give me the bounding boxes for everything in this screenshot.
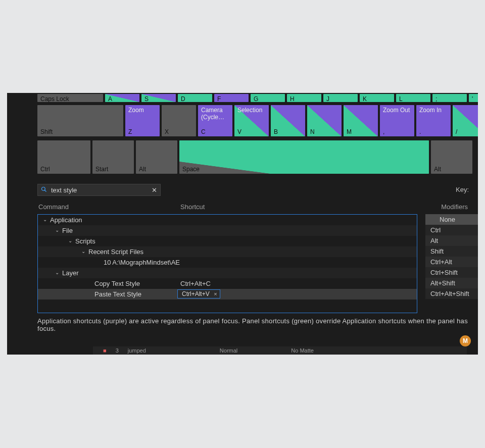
shortcut-input[interactable]: Ctrl+Alt+V× — [177, 289, 220, 298]
key-g[interactable]: G — [251, 94, 285, 102]
tree-row[interactable]: ⌄Recent Script Files — [38, 246, 417, 257]
key-ctrl[interactable]: Ctrl — [37, 140, 90, 174]
chevron-down-icon[interactable]: ⌄ — [68, 238, 75, 243]
search-input[interactable] — [51, 186, 148, 194]
key-shift[interactable]: Shift — [37, 105, 123, 136]
virtual-keyboard: Caps LockASDFGHJKL;' ShiftZZoomXCCamera … — [7, 93, 478, 175]
tree-row[interactable]: Copy Text StyleCtrl+Alt+C — [38, 278, 417, 289]
key-alt[interactable]: Alt — [431, 140, 472, 174]
tree-label: Paste Text Style — [94, 290, 141, 298]
key-s[interactable]: S — [141, 94, 176, 102]
key-k[interactable]: K — [360, 94, 394, 102]
key-c[interactable]: CCamera (Cycle… — [198, 105, 232, 136]
shortcut-editor-panel: ✕ Key: Command Shortcut Modifiers ⌄Appli… — [7, 182, 478, 355]
key-x[interactable]: X — [162, 105, 196, 136]
key-z[interactable]: ZZoom — [125, 105, 160, 136]
svg-line-1 — [45, 190, 46, 191]
tree-row[interactable]: ⌄Scripts — [38, 236, 417, 246]
key-v[interactable]: VSelection — [234, 105, 269, 136]
chevron-down-icon[interactable]: ⌄ — [55, 227, 62, 233]
chevron-down-icon[interactable]: ⌄ — [55, 270, 62, 275]
header-modifiers: Modifiers — [441, 203, 468, 211]
key-[interactable]: .Zoom In — [416, 105, 451, 136]
tree-row[interactable]: 10 A:\MographMindset\AE — [38, 257, 417, 268]
key-header-label: Key: — [456, 186, 469, 193]
tree-label: Layer — [62, 269, 79, 277]
key-d[interactable]: D — [178, 94, 212, 102]
key-space[interactable]: Space — [179, 140, 429, 174]
clear-shortcut-icon[interactable]: × — [214, 291, 217, 297]
key-alt[interactable]: Alt — [136, 140, 177, 174]
key-[interactable]: ,Zoom Out — [380, 105, 414, 136]
key-f[interactable]: F — [214, 94, 249, 102]
key-b[interactable]: B — [271, 105, 305, 136]
modifier-option[interactable]: Ctrl+Shift — [425, 267, 478, 278]
key-[interactable]: ' — [469, 94, 478, 102]
modifier-option[interactable]: None — [425, 214, 478, 225]
modifier-list[interactable]: NoneCtrlAltShiftCtrl+AltCtrl+ShiftAlt+Sh… — [425, 214, 478, 299]
tree-row[interactable]: ⌄File — [38, 225, 417, 236]
modifier-option[interactable]: Shift — [425, 246, 478, 257]
tree-label: Recent Script Files — [88, 248, 143, 256]
header-command: Command — [38, 203, 69, 211]
shortcut-text: Ctrl+Alt+C — [180, 280, 211, 287]
key-l[interactable]: L — [396, 94, 430, 102]
tree-row[interactable]: Paste Text StyleCtrl+Alt+V× — [38, 289, 417, 300]
command-tree[interactable]: ⌄Application⌄File⌄Scripts⌄Recent Script … — [37, 214, 417, 313]
badge-m-icon: M — [460, 335, 471, 346]
svg-point-0 — [42, 187, 45, 190]
clear-search-icon[interactable]: ✕ — [152, 186, 157, 194]
tree-label: File — [62, 227, 73, 234]
tree-row[interactable]: ⌄Layer — [38, 268, 417, 278]
key-a[interactable]: A — [105, 94, 139, 102]
key-n[interactable]: N — [307, 105, 342, 136]
modifier-option[interactable]: Alt+Shift — [425, 278, 478, 288]
key-h[interactable]: H — [287, 94, 321, 102]
key-[interactable]: ; — [432, 94, 467, 102]
footer-hint: Application shortcuts (purple) are activ… — [37, 317, 468, 332]
chevron-down-icon[interactable]: ⌄ — [43, 217, 50, 222]
key-m[interactable]: M — [344, 105, 378, 136]
background-timeline-fragment: ■ 3 jumped Normal No Matte — [93, 346, 467, 355]
header-shortcut: Shortcut — [180, 203, 205, 211]
modifier-option[interactable]: Ctrl+Alt+Shift — [425, 288, 478, 299]
key-start[interactable]: Start — [92, 140, 134, 174]
key-capslock[interactable]: Caps Lock — [37, 94, 103, 102]
key-[interactable]: / — [453, 105, 478, 136]
key-j[interactable]: J — [323, 94, 358, 102]
app-window: Caps LockASDFGHJKL;' ShiftZZoomXCCamera … — [7, 93, 478, 355]
tree-label: Scripts — [75, 237, 95, 245]
search-icon — [41, 186, 47, 194]
modifier-option[interactable]: Ctrl — [425, 225, 478, 235]
tree-label: 10 A:\MographMindset\AE — [104, 259, 180, 266]
modifier-option[interactable]: Ctrl+Alt — [425, 257, 478, 267]
tree-row[interactable]: ⌄Application — [38, 215, 417, 225]
tree-label: Copy Text Style — [94, 280, 140, 287]
tree-label: Application — [50, 216, 82, 224]
search-field-wrap[interactable]: ✕ — [37, 184, 161, 196]
chevron-down-icon[interactable]: ⌄ — [81, 248, 88, 254]
modifier-option[interactable]: Alt — [425, 235, 478, 246]
